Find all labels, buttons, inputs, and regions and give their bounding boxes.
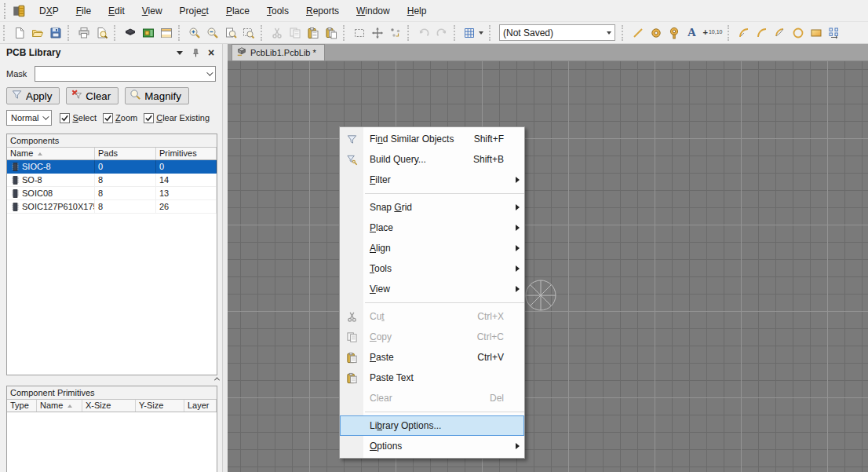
horizontal-splitter[interactable] bbox=[0, 375, 222, 382]
zoom-in-icon[interactable] bbox=[185, 24, 203, 42]
copy-icon bbox=[286, 24, 304, 42]
column-header-y-size[interactable]: Y-Size bbox=[136, 400, 184, 412]
panels-icon[interactable] bbox=[157, 24, 175, 42]
column-header-type[interactable]: Type bbox=[7, 400, 37, 412]
component-primitives-cell: 26 bbox=[156, 200, 217, 213]
context-menu-item-tools[interactable]: Tools bbox=[340, 258, 524, 279]
copy-icon bbox=[289, 27, 301, 39]
snap-grid-icon bbox=[463, 27, 476, 39]
submenu-arrow-icon bbox=[512, 177, 520, 183]
column-header-pads[interactable]: Pads bbox=[95, 148, 156, 159]
paste-icon[interactable] bbox=[304, 24, 322, 42]
column-header-x-size[interactable]: X-Size bbox=[82, 400, 136, 412]
context-menu-item-place[interactable]: Place bbox=[340, 218, 524, 238]
place-pad-icon[interactable] bbox=[647, 24, 665, 42]
panel-menu-button[interactable] bbox=[173, 46, 186, 59]
column-header-layer[interactable]: Layer bbox=[184, 400, 217, 412]
place-coordinate-icon[interactable]: +10,10 bbox=[701, 24, 724, 42]
saved-views-combobox[interactable]: (Not Saved) bbox=[499, 24, 615, 41]
footprint-icon[interactable] bbox=[121, 24, 139, 42]
zoom-area-icon[interactable] bbox=[239, 24, 257, 42]
clear-button[interactable]: Clear bbox=[66, 87, 119, 104]
panel-pin-button[interactable] bbox=[189, 46, 202, 59]
component-row-soic127p610x175-8[interactable]: SOIC127P610X175-8826 bbox=[7, 200, 217, 214]
menu-item-file[interactable]: File bbox=[67, 2, 100, 20]
place-fill-icon[interactable] bbox=[807, 24, 825, 42]
component-row-sioc-8[interactable]: SIOC-800 bbox=[7, 160, 217, 174]
snap-grid-icon[interactable] bbox=[461, 24, 486, 42]
context-menu-item-find-similar-objects[interactable]: Find Similar ObjectsShift+F bbox=[340, 129, 524, 149]
context-menu-item-snap-grid[interactable]: Snap Grid bbox=[340, 197, 524, 218]
save-icon[interactable] bbox=[46, 24, 64, 42]
place-line-icon[interactable] bbox=[629, 24, 647, 42]
component-row-soic08[interactable]: SOIC08813 bbox=[7, 187, 217, 200]
context-menu-item-filter[interactable]: Filter bbox=[340, 170, 524, 190]
menu-item-edit[interactable]: Edit bbox=[100, 2, 133, 20]
menu-item-view[interactable]: View bbox=[133, 2, 171, 20]
place-coordinate-icon-glyph: +10,10 bbox=[703, 28, 723, 37]
panel-header: PCB Library × bbox=[0, 44, 222, 61]
panel-close-button[interactable]: × bbox=[205, 46, 217, 59]
move-icon[interactable] bbox=[368, 24, 386, 42]
mask-combobox[interactable] bbox=[35, 66, 216, 82]
paste-special-icon[interactable] bbox=[322, 24, 340, 42]
checkbox-label: Clear Existing bbox=[156, 113, 210, 123]
paste-array-icon[interactable] bbox=[825, 24, 843, 42]
print-preview-icon[interactable] bbox=[93, 24, 111, 42]
new-document-icon[interactable] bbox=[10, 24, 28, 42]
arc-center-icon[interactable] bbox=[735, 24, 753, 42]
toolbar-grip[interactable] bbox=[4, 3, 8, 19]
collapse-button[interactable] bbox=[211, 375, 222, 383]
arc-edge-icon[interactable] bbox=[753, 24, 771, 42]
apply-button[interactable]: Apply bbox=[6, 87, 60, 104]
display-mode-select[interactable]: Normal bbox=[6, 110, 52, 126]
component-primitives-cell: 13 bbox=[156, 187, 217, 199]
column-header-name[interactable]: Name bbox=[37, 400, 82, 412]
context-menu-item-paste-text[interactable]: Paste Text bbox=[340, 368, 524, 388]
checkbox-select[interactable]: Select bbox=[60, 113, 97, 123]
menu-item-dxp[interactable]: DXP bbox=[31, 2, 67, 20]
context-menu-item-align[interactable]: Align bbox=[340, 238, 524, 258]
arc-angles-icon[interactable] bbox=[771, 24, 789, 42]
menu-item-help[interactable]: Help bbox=[399, 2, 436, 20]
component-row-so-8[interactable]: SO-8814 bbox=[7, 174, 217, 187]
menu-item-project[interactable]: Project bbox=[171, 2, 217, 20]
select-area-icon[interactable] bbox=[350, 24, 368, 42]
panel-buttons: ApplyClearMagnify bbox=[6, 87, 216, 104]
menu-item-window[interactable]: Window bbox=[348, 2, 399, 20]
component-name-cell: SIOC-8 bbox=[7, 160, 95, 173]
pcb-canvas[interactable]: Find Similar ObjectsShift+FBuild Query..… bbox=[228, 61, 868, 472]
column-header-name[interactable]: Name bbox=[7, 148, 95, 159]
context-menu-item-build-query[interactable]: Build Query...Shift+B bbox=[340, 149, 524, 170]
full-circle-icon[interactable] bbox=[789, 24, 807, 42]
toolbar-group bbox=[726, 24, 844, 42]
context-menu-item-options[interactable]: Options bbox=[340, 436, 524, 456]
document-tab-pcblib1-pcblib[interactable]: PcbLib1.PcbLib * bbox=[232, 44, 325, 60]
context-menu-item-library-options[interactable]: Library Options... bbox=[340, 415, 524, 436]
print-icon[interactable] bbox=[75, 24, 93, 42]
context-menu-item-paste[interactable]: PasteCtrl+V bbox=[340, 347, 524, 368]
toolbar-group bbox=[177, 24, 259, 42]
menu-item-reports[interactable]: Reports bbox=[297, 2, 348, 20]
checkbox-zoom[interactable]: Zoom bbox=[103, 113, 137, 123]
menu-item-tools[interactable]: Tools bbox=[258, 2, 297, 20]
place-pad-icon bbox=[650, 27, 662, 39]
panel-splitter[interactable] bbox=[222, 44, 228, 472]
menu-item-place[interactable]: Place bbox=[217, 2, 258, 20]
checkbox-clear-existing[interactable]: Clear Existing bbox=[144, 113, 210, 123]
context-menu-item-view[interactable]: View bbox=[340, 279, 524, 299]
column-label: X-Size bbox=[86, 400, 111, 412]
menu-item-label: Paste bbox=[370, 352, 394, 363]
print-preview-icon bbox=[96, 27, 108, 39]
magnify-button[interactable]: Magnify bbox=[125, 87, 189, 104]
place-via-icon[interactable] bbox=[665, 24, 683, 42]
place-text-icon[interactable]: A bbox=[683, 24, 701, 42]
arrange-icon bbox=[389, 27, 402, 39]
arrange-icon[interactable] bbox=[386, 24, 404, 42]
component-browser-icon[interactable] bbox=[139, 24, 157, 42]
zoom-out-icon[interactable] bbox=[203, 24, 221, 42]
zoom-document-icon[interactable] bbox=[221, 24, 239, 42]
column-header-primitives[interactable]: Primitives bbox=[156, 148, 217, 159]
full-circle-icon bbox=[792, 27, 804, 39]
open-document-icon[interactable] bbox=[28, 24, 46, 42]
